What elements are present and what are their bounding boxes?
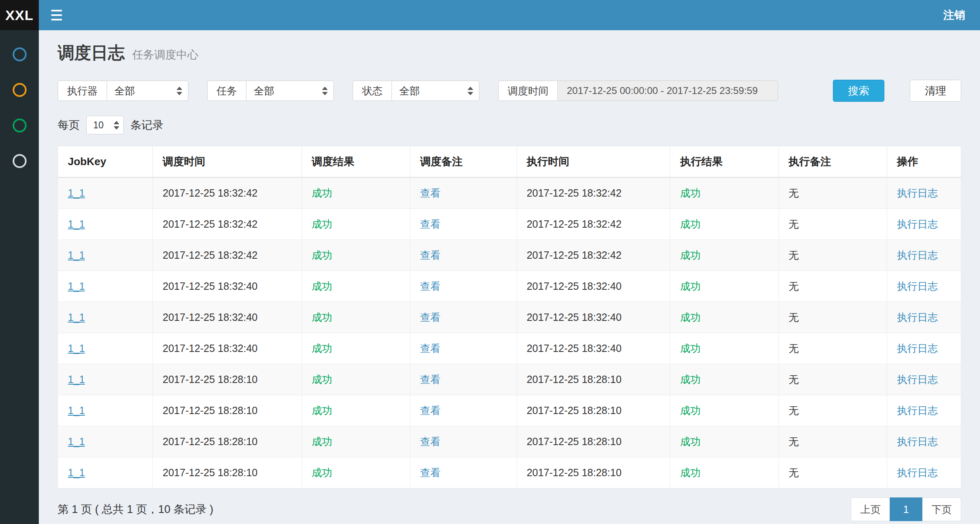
table-row: 1_1 2017-12-25 18:32:42 成功 查看 2017-12-25… [58,177,961,209]
trigger-msg-link[interactable]: 查看 [420,436,441,447]
table-row: 1_1 2017-12-25 18:32:40 成功 查看 2017-12-25… [58,302,961,333]
handle-msg-cell: 无 [779,177,887,209]
trigger-msg-link[interactable]: 查看 [420,249,441,261]
main-content: 调度日志 任务调度中心 执行器 全部 任务 全部 状态 全部 调度时间 [39,30,980,524]
exec-log-link[interactable]: 执行日志 [897,311,938,323]
search-button[interactable]: 搜索 [833,80,884,102]
executor-filter-group: 执行器 全部 [58,81,188,101]
handle-msg-cell: 无 [779,240,887,271]
table-row: 1_1 2017-12-25 18:32:42 成功 查看 2017-12-25… [58,240,961,271]
handle-result-text: 成功 [680,405,700,416]
jobkey-link[interactable]: 1_1 [68,436,85,447]
sidebar-menu [0,30,39,168]
app-logo[interactable]: XXL [0,0,39,30]
handle-msg-cell: 无 [779,395,887,426]
trigger-msg-link[interactable]: 查看 [420,467,441,478]
top-navbar: XXL 注销 [0,0,980,30]
trigger-msg-link[interactable]: 查看 [420,343,441,354]
status-select[interactable]: 全部 [392,81,479,101]
log-table-body: 1_1 2017-12-25 18:32:42 成功 查看 2017-12-25… [58,177,961,488]
exec-log-link[interactable]: 执行日志 [897,436,938,447]
time-filter-label: 调度时间 [498,81,557,101]
handle-result-text: 成功 [680,343,700,354]
column-header: 执行备注 [779,146,887,178]
jobkey-link[interactable]: 1_1 [68,218,85,230]
current-page-button[interactable]: 1 [890,497,922,521]
table-row: 1_1 2017-12-25 18:28:10 成功 查看 2017-12-25… [58,457,961,488]
prev-page-button[interactable]: 上页 [851,497,890,521]
jobkey-link[interactable]: 1_1 [68,405,85,416]
handle-msg-cell: 无 [779,209,887,240]
trigger-result-text: 成功 [312,467,332,478]
handle-time-cell: 2017-12-25 18:28:10 [517,364,670,395]
log-table-head-row: JobKey调度时间调度结果调度备注执行时间执行结果执行备注操作 [58,146,961,178]
handle-time-cell: 2017-12-25 18:28:10 [517,395,670,426]
sidebar-item-circle-white[interactable] [13,154,27,168]
jobkey-link[interactable]: 1_1 [68,343,85,354]
job-select[interactable]: 全部 [246,81,334,101]
table-row: 1_1 2017-12-25 18:28:10 成功 查看 2017-12-25… [58,364,961,395]
trigger-time-cell: 2017-12-25 18:28:10 [153,426,302,457]
handle-time-cell: 2017-12-25 18:32:40 [517,302,670,333]
page-size-prefix: 每页 [58,118,80,132]
trigger-result-text: 成功 [312,436,332,447]
trigger-msg-link[interactable]: 查看 [420,374,441,385]
sidebar-toggle-button[interactable] [39,0,74,30]
trigger-msg-link[interactable]: 查看 [420,218,441,230]
trigger-msg-link[interactable]: 查看 [420,280,441,292]
exec-log-link[interactable]: 执行日志 [897,249,938,261]
handle-time-cell: 2017-12-25 18:28:10 [517,457,670,488]
trigger-msg-link[interactable]: 查看 [420,311,441,323]
sidebar-item-circle-green[interactable] [13,119,27,132]
trigger-time-range-input[interactable] [557,81,778,101]
trigger-time-cell: 2017-12-25 18:28:10 [153,457,302,488]
trigger-msg-link[interactable]: 查看 [420,405,441,416]
jobkey-link[interactable]: 1_1 [68,249,85,261]
handle-time-cell: 2017-12-25 18:32:40 [517,333,670,364]
table-row: 1_1 2017-12-25 18:28:10 成功 查看 2017-12-25… [58,395,961,426]
logout-link[interactable]: 注销 [929,0,980,30]
page-size-select[interactable]: 10 [86,116,124,134]
handle-time-cell: 2017-12-25 18:32:40 [517,271,670,302]
trigger-time-cell: 2017-12-25 18:28:10 [153,364,302,395]
trigger-msg-link[interactable]: 查看 [420,187,441,199]
jobkey-link[interactable]: 1_1 [68,311,85,323]
handle-msg-cell: 无 [779,364,887,395]
trigger-time-cell: 2017-12-25 18:28:10 [153,395,302,426]
clear-button[interactable]: 清理 [910,80,961,102]
exec-log-link[interactable]: 执行日志 [897,467,938,478]
jobkey-link[interactable]: 1_1 [68,374,85,385]
select-arrows-icon [322,87,328,95]
page-size-value: 10 [93,120,104,131]
jobkey-link[interactable]: 1_1 [68,467,85,478]
exec-log-link[interactable]: 执行日志 [897,187,938,199]
jobkey-link[interactable]: 1_1 [68,280,85,292]
trigger-time-cell: 2017-12-25 18:32:42 [153,177,302,209]
handle-result-text: 成功 [680,249,700,261]
select-arrows-icon [177,87,182,95]
next-page-button[interactable]: 下页 [922,497,961,521]
column-header: JobKey [58,146,153,178]
exec-log-link[interactable]: 执行日志 [897,218,938,230]
table-footer: 第 1 页 ( 总共 1 页，10 条记录 ) 上页 1 下页 [58,497,961,524]
sidebar-item-circle-orange[interactable] [13,83,27,97]
exec-log-link[interactable]: 执行日志 [897,280,938,292]
page-subtitle: 任务调度中心 [132,49,198,61]
exec-log-link[interactable]: 执行日志 [897,343,938,354]
page-header: 调度日志 任务调度中心 [58,42,961,64]
sidebar-item-circle-blue[interactable] [13,47,27,61]
jobkey-link[interactable]: 1_1 [68,187,85,199]
column-header: 调度结果 [302,146,410,178]
trigger-time-cell: 2017-12-25 18:32:42 [153,209,302,240]
exec-log-link[interactable]: 执行日志 [897,374,938,385]
executor-select-value: 全部 [114,84,135,98]
time-filter-group: 调度时间 [498,81,778,101]
hamburger-icon [51,10,62,11]
exec-log-link[interactable]: 执行日志 [897,405,938,416]
column-header: 执行时间 [517,146,670,178]
trigger-result-text: 成功 [312,218,332,230]
executor-select[interactable]: 全部 [107,81,188,101]
trigger-result-text: 成功 [312,343,332,354]
handle-msg-cell: 无 [779,302,887,333]
status-filter-label: 状态 [353,81,392,101]
